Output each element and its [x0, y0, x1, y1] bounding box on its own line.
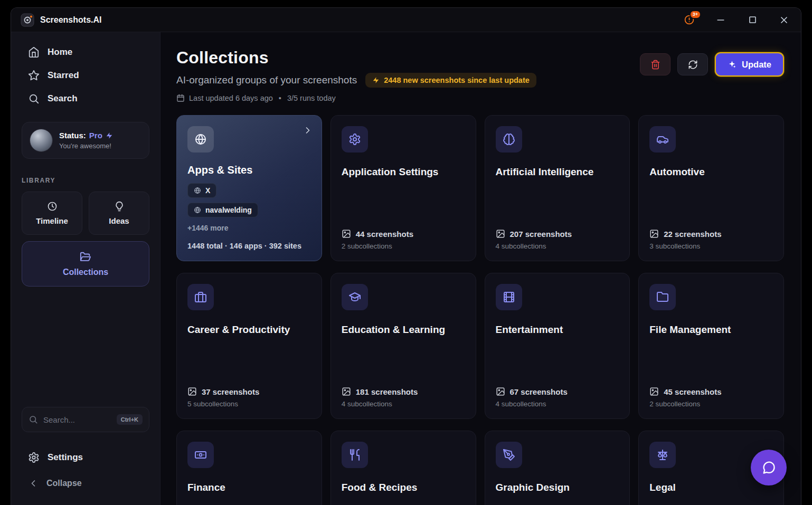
avatar — [30, 129, 53, 152]
more-tags-text: +1446 more — [187, 224, 311, 232]
chat-icon — [761, 460, 776, 475]
card-icon-tile — [649, 126, 676, 153]
sidebar: Home Starred Search Status: Pro You' — [11, 32, 160, 505]
sidebar-item-home[interactable]: Home — [22, 41, 149, 64]
folder-icon — [656, 291, 669, 303]
subcollection-count: 4 subcollections — [342, 400, 465, 408]
briefcase-icon — [194, 291, 207, 303]
ideas-button[interactable]: Ideas — [89, 192, 149, 235]
collection-title: Food & Recipes — [342, 482, 465, 493]
collection-card[interactable]: File Management 45 screenshots 2 subcoll… — [638, 273, 784, 419]
collections-label: Collections — [63, 268, 108, 277]
card-icon-tile — [187, 442, 214, 468]
page-subtitle: AI-organized groups of your screenshots — [176, 74, 357, 86]
scale-icon — [656, 449, 669, 461]
sidebar-search[interactable]: Ctrl+K — [22, 407, 149, 432]
collection-tag[interactable]: navalwelding — [187, 203, 258, 217]
timeline-button[interactable]: Timeline — [22, 192, 82, 235]
globe-icon — [194, 133, 207, 146]
status-label: Status: — [59, 131, 86, 140]
main-content: Collections AI-organized groups of your … — [160, 32, 801, 505]
app-title: Screenshots.AI — [40, 15, 101, 25]
collection-title: Education & Learning — [342, 324, 465, 336]
sidebar-item-starred[interactable]: Starred — [22, 64, 149, 87]
notifications-button[interactable]: 3+ — [683, 14, 695, 26]
minimize-icon — [715, 15, 726, 25]
sidebar-item-label: Starred — [48, 70, 79, 81]
page-title: Collections — [176, 48, 536, 68]
ideas-label: Ideas — [109, 216, 129, 225]
sidebar-item-collections[interactable]: Collections — [22, 241, 149, 287]
chevron-left-icon — [28, 478, 39, 489]
titlebar: Screenshots.AI 3+ — [11, 8, 801, 32]
card-icon-tile — [649, 284, 676, 310]
car-icon — [656, 133, 669, 146]
banknote-icon — [194, 449, 207, 461]
sidebar-item-label: Search — [48, 93, 78, 104]
screenshot-count: 45 screenshots — [664, 387, 721, 396]
sidebar-item-search[interactable]: Search — [22, 87, 149, 110]
brain-icon — [503, 133, 515, 146]
screenshot-count: 181 screenshots — [356, 387, 418, 396]
pen-tool-icon — [503, 449, 515, 461]
collection-card[interactable]: Entertainment 67 screenshots 4 subcollec… — [485, 273, 630, 419]
refresh-button[interactable] — [677, 53, 708, 75]
subcollection-count: 2 subcollections — [649, 400, 773, 408]
home-icon — [28, 46, 40, 58]
last-updated-text: Last updated 6 days ago — [189, 94, 273, 102]
close-icon — [779, 15, 789, 25]
globe-icon — [194, 187, 201, 194]
collection-card[interactable]: Graphic Design — [485, 431, 630, 505]
collection-card[interactable]: Career & Productivity 37 screenshots 5 s… — [176, 273, 322, 419]
image-icon — [342, 229, 351, 239]
card-icon-tile — [496, 284, 522, 310]
maximize-button[interactable] — [746, 14, 759, 26]
screenshot-count: 67 screenshots — [510, 387, 568, 396]
screenshot-count: 22 screenshots — [664, 230, 721, 239]
collection-title: Finance — [187, 482, 311, 493]
collection-card[interactable]: Education & Learning 181 screenshots 4 s… — [331, 273, 476, 419]
minimize-button[interactable] — [714, 14, 727, 26]
collection-card-apps-sites[interactable]: Apps & Sites X navalwelding +1446 more 1… — [176, 115, 322, 261]
close-button[interactable] — [778, 14, 790, 26]
status-message: You're awesome! — [59, 142, 113, 150]
collection-card[interactable]: Automotive 22 screenshots 3 subcollectio… — [638, 115, 784, 261]
card-icon-tile — [342, 284, 368, 310]
card-icon-tile — [187, 126, 214, 153]
delete-button[interactable] — [640, 53, 671, 75]
update-button[interactable]: Update — [715, 52, 784, 77]
image-icon — [649, 387, 659, 396]
collection-title: Apps & Sites — [187, 164, 311, 176]
card-icon-tile — [342, 126, 368, 153]
subcollection-count: 5 subcollections — [187, 400, 311, 408]
collapse-label: Collapse — [46, 479, 82, 488]
search-input[interactable] — [43, 415, 111, 424]
chat-fab-button[interactable] — [751, 450, 787, 485]
graduation-cap-icon — [348, 291, 361, 303]
runs-today-text: 3/5 runs today — [287, 94, 336, 102]
collection-card[interactable]: Artificial Intelligence 207 screenshots … — [485, 115, 630, 261]
star-icon — [28, 70, 40, 81]
collection-title: Automotive — [649, 166, 773, 178]
chevron-right-icon[interactable] — [303, 125, 313, 136]
collapse-button[interactable]: Collapse — [22, 472, 149, 494]
update-meta: Last updated 6 days ago • 3/5 runs today — [176, 94, 536, 102]
notification-badge: 3+ — [690, 10, 701, 19]
zap-icon — [372, 77, 380, 84]
collection-title: Application Settings — [342, 166, 465, 178]
card-icon-tile — [496, 442, 522, 468]
screenshot-count: 44 screenshots — [356, 230, 413, 239]
lightbulb-icon — [114, 201, 125, 212]
settings-button[interactable]: Settings — [22, 446, 149, 469]
film-icon — [503, 291, 515, 303]
refresh-icon — [688, 60, 698, 70]
collection-card[interactable]: Application Settings 44 screenshots 2 su… — [331, 115, 476, 261]
utensils-icon — [348, 449, 361, 461]
collection-card[interactable]: Food & Recipes — [331, 431, 476, 505]
collection-title: Artificial Intelligence — [496, 166, 619, 178]
search-icon — [28, 93, 40, 104]
subcollection-count: 4 subcollections — [496, 242, 619, 250]
collection-card[interactable]: Finance — [176, 431, 322, 505]
collection-title: File Management — [649, 324, 773, 336]
collection-tag[interactable]: X — [187, 183, 216, 198]
